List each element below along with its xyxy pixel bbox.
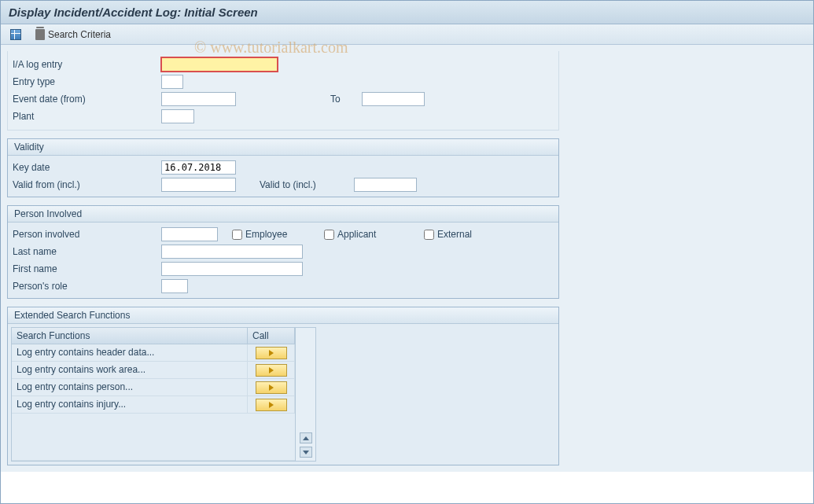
call-button[interactable]	[256, 364, 287, 377]
layout-button[interactable]	[7, 28, 24, 42]
chevron-down-icon	[303, 451, 309, 454]
top-fields: I/A log entry Entry type Event date (fro…	[7, 51, 559, 131]
valid-to-label: Valid to (incl.)	[260, 179, 354, 190]
entry-type-input[interactable]	[161, 75, 183, 89]
trash-icon	[35, 29, 45, 40]
last-name-input[interactable]	[161, 245, 303, 259]
plant-input[interactable]	[161, 109, 194, 123]
employee-label: Employee	[245, 229, 324, 240]
search-criteria-button[interactable]: Search Criteria	[32, 28, 114, 42]
grid-icon	[10, 29, 21, 40]
valid-from-label: Valid from (incl.)	[8, 179, 161, 190]
call-button[interactable]	[256, 381, 287, 394]
persons-role-label: Person's role	[8, 281, 161, 292]
extended-title: Extended Search Functions	[8, 307, 558, 324]
arrow-right-icon	[269, 402, 274, 408]
applicant-label: Applicant	[337, 229, 424, 240]
call-button[interactable]	[256, 399, 287, 411]
key-date-label: Key date	[8, 162, 161, 173]
arrow-right-icon	[269, 384, 274, 391]
call-button[interactable]	[256, 347, 287, 359]
valid-from-input[interactable]	[161, 178, 236, 192]
extended-group: Extended Search Functions Search Functio…	[7, 307, 559, 465]
arrow-right-icon	[269, 350, 274, 356]
validity-title: Validity	[8, 139, 558, 156]
scroll-down-button[interactable]	[300, 447, 312, 458]
table-row: Log entry contains person...	[12, 379, 295, 396]
ia-log-entry-input[interactable]	[161, 57, 278, 72]
to-label: To	[330, 94, 362, 105]
arrow-right-icon	[269, 367, 274, 373]
table-row: Log entry contains header data...	[12, 344, 295, 362]
external-checkbox[interactable]	[424, 230, 434, 240]
person-group: Person Involved Person involved Employee…	[7, 205, 559, 299]
persons-role-input[interactable]	[161, 279, 188, 293]
empty-rows	[12, 414, 295, 461]
last-name-label: Last name	[8, 246, 161, 257]
first-name-input[interactable]	[161, 262, 303, 276]
scroll-up-button[interactable]	[300, 432, 312, 443]
extended-table: Search Functions Call Log entry contains…	[12, 328, 315, 461]
external-label: External	[437, 229, 472, 240]
key-date-input[interactable]	[161, 160, 236, 175]
person-title: Person Involved	[8, 206, 558, 223]
plant-label: Plant	[8, 111, 161, 122]
ia-log-entry-label: I/A log entry	[8, 59, 161, 70]
row-label: Log entry contains work area...	[12, 362, 248, 378]
validity-group: Validity Key date Valid from (incl.) Val…	[7, 138, 559, 197]
chevron-up-icon	[303, 436, 309, 440]
row-label: Log entry contains person...	[12, 379, 248, 395]
row-label: Log entry contains header data...	[12, 344, 248, 361]
toolbar: Search Criteria	[1, 24, 813, 45]
page-title: Display Incident/Accident Log: Initial S…	[1, 1, 813, 24]
entry-type-label: Entry type	[8, 76, 161, 87]
scrollbar[interactable]	[295, 328, 315, 461]
person-involved-input[interactable]	[161, 227, 218, 241]
event-date-to-input[interactable]	[362, 92, 425, 106]
event-date-from-label: Event date (from)	[8, 94, 161, 105]
applicant-checkbox[interactable]	[324, 230, 334, 240]
row-label: Log entry contains injury...	[12, 396, 248, 413]
valid-to-input[interactable]	[354, 178, 417, 192]
first-name-label: First name	[8, 263, 161, 274]
content-area: I/A log entry Entry type Event date (fro…	[1, 45, 813, 472]
person-involved-label: Person involved	[8, 229, 161, 240]
table-row: Log entry contains injury...	[12, 396, 295, 414]
event-date-from-input[interactable]	[161, 92, 236, 106]
table-row: Log entry contains work area...	[12, 362, 295, 379]
col-search-functions[interactable]: Search Functions	[12, 328, 248, 344]
employee-checkbox[interactable]	[232, 230, 242, 240]
col-call[interactable]: Call	[248, 328, 295, 344]
search-criteria-label: Search Criteria	[48, 29, 111, 40]
